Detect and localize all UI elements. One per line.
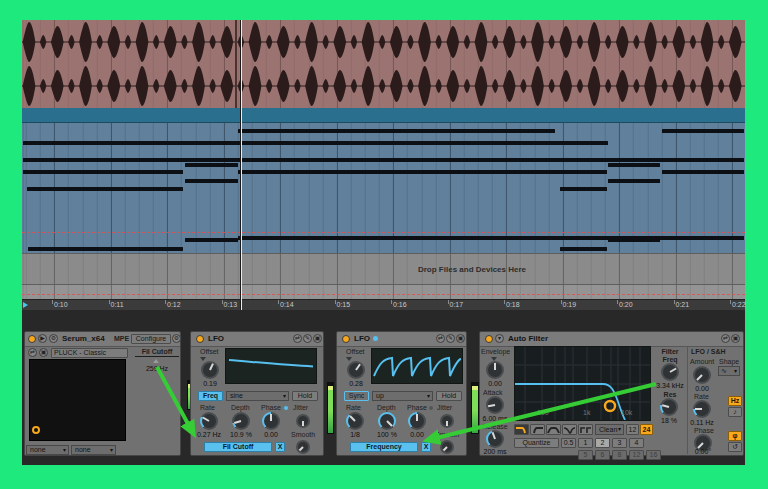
quantize-button[interactable]: Quantize [514, 438, 559, 448]
smooth-knob[interactable] [440, 440, 454, 454]
plugin-edit-icon[interactable]: ⚙ [172, 334, 181, 343]
lfo-rate-knob[interactable] [693, 400, 711, 418]
jitter-knob[interactable] [296, 414, 310, 428]
phase-value[interactable]: 0.00 [406, 431, 428, 438]
offset-knob[interactable] [347, 361, 365, 379]
depth-value[interactable]: 10.9 % [229, 431, 253, 438]
lfo-amount-knob[interactable] [693, 366, 711, 384]
filter-display[interactable]: 100 1k 10k [514, 346, 651, 421]
quantize-value-button[interactable]: 1 [578, 438, 593, 448]
audio-clip[interactable] [22, 20, 745, 108]
res-value[interactable]: 18 % [658, 417, 680, 424]
sidechain-select-2[interactable]: none▾ [71, 445, 116, 455]
filter-type-notch[interactable] [562, 424, 577, 435]
rate-value[interactable]: 1/8 [341, 431, 369, 438]
quantize-value-button[interactable]: 4 [629, 438, 644, 448]
lfo-shape-select[interactable]: ∿▾ [718, 366, 740, 376]
save-icon[interactable]: ▣ [313, 334, 322, 343]
phase-knob[interactable] [408, 412, 426, 430]
map-target-button[interactable]: Frequency [350, 442, 418, 452]
plugin-display[interactable] [29, 359, 126, 441]
device-on-led[interactable] [28, 335, 36, 343]
phase-knob[interactable] [262, 412, 280, 430]
device-on-led[interactable] [196, 335, 204, 343]
map-icon[interactable]: ⇄ [293, 334, 302, 343]
hold-button[interactable]: Hold [436, 391, 462, 401]
edit-icon[interactable]: ✎ [446, 334, 455, 343]
attack-value[interactable]: 6.00 ms [481, 415, 509, 422]
amount-value[interactable]: 0.00 [691, 385, 713, 392]
wave-select[interactable]: sine▾ [226, 391, 289, 401]
offset-value[interactable]: 0.19 [197, 380, 223, 387]
slope-12-button[interactable]: 12 [626, 424, 639, 435]
res-knob[interactable] [660, 398, 678, 416]
envelope-knob[interactable] [486, 361, 504, 379]
midi-clip[interactable] [22, 123, 745, 253]
quantize-value-button[interactable]: 16 [646, 450, 661, 460]
quantize-value-button[interactable]: 0.5 [561, 438, 576, 448]
filter-type-morph[interactable] [578, 424, 593, 435]
phase-mode-button[interactable]: φ [728, 431, 742, 441]
rate-hz-button[interactable]: Hz [728, 396, 742, 406]
sync-mode-button[interactable]: Sync [344, 391, 369, 401]
preset-name-box[interactable]: PLUCK - Classic [51, 348, 128, 358]
quantize-value-button[interactable]: 3 [612, 438, 627, 448]
midi-clip-header[interactable] [22, 108, 745, 123]
configure-button[interactable]: Configure [131, 334, 171, 344]
release-knob[interactable] [486, 430, 504, 448]
param-slider-handle[interactable] [153, 359, 159, 363]
hot-swap-icon[interactable]: ⇄ [28, 348, 37, 357]
jitter-knob[interactable] [440, 414, 454, 428]
attack-knob[interactable] [486, 396, 504, 414]
offset-value[interactable]: 0.28 [343, 380, 369, 387]
lfo-phase-value[interactable]: 0.00° [690, 448, 716, 455]
quantize-value-button[interactable]: 6 [595, 450, 610, 460]
fold-icon[interactable]: ▾ [495, 334, 504, 343]
xy-handle[interactable] [32, 426, 40, 434]
offset-knob[interactable] [201, 361, 219, 379]
save-preset-icon[interactable]: ▣ [39, 348, 48, 357]
map-icon[interactable]: ⇄ [436, 334, 445, 343]
quantize-value-button[interactable]: 12 [629, 450, 644, 460]
rate-sync-button[interactable]: ♪ [728, 407, 742, 417]
quantize-value-button[interactable]: 2 [595, 438, 610, 448]
quantize-value-button[interactable]: 5 [578, 450, 593, 460]
filter-freq-value[interactable]: 3.34 kHz [654, 382, 686, 389]
save-icon[interactable]: ▣ [456, 334, 465, 343]
unmap-button[interactable]: X [421, 442, 431, 452]
release-value[interactable]: 200 ms [482, 448, 508, 455]
slope-24-button[interactable]: 24 [640, 424, 653, 435]
filter-freq-knob[interactable] [661, 363, 679, 381]
drop-zone-lane[interactable]: Drop Files and Devices Here [22, 253, 745, 285]
depth-value[interactable]: 100 % [375, 431, 399, 438]
device-on-led[interactable] [485, 335, 493, 343]
rate-value[interactable]: 0.27 Hz [195, 431, 223, 438]
wave-select[interactable]: up▾ [372, 391, 433, 401]
hold-button[interactable]: Hold [292, 391, 318, 401]
spin-mode-button[interactable]: ↺ [728, 442, 742, 452]
edit-icon[interactable]: ✎ [303, 334, 312, 343]
lfo-rate-value[interactable]: 0.11 Hz [688, 419, 716, 426]
envelope-value[interactable]: 0.00 [483, 380, 507, 387]
quantize-value-button[interactable]: 8 [612, 450, 627, 460]
circuit-select[interactable]: Clean▾ [595, 424, 624, 435]
phase-value[interactable]: 0.00 [260, 431, 282, 438]
rate-knob[interactable] [200, 412, 218, 430]
depth-knob[interactable] [378, 412, 396, 430]
filter-type-highpass[interactable] [530, 424, 545, 435]
sidechain-select-1[interactable]: none▾ [26, 445, 69, 455]
rate-knob[interactable] [346, 412, 364, 430]
smooth-knob[interactable] [296, 440, 310, 454]
wrench-icon[interactable]: ⚙ [49, 334, 58, 343]
map-target-button[interactable]: Fil Cutoff [204, 442, 272, 452]
save-icon[interactable]: ▣ [731, 334, 740, 343]
preview-icon[interactable]: ▶ [38, 334, 47, 343]
freq-mode-button[interactable]: Freq [198, 391, 223, 401]
unmap-button[interactable]: X [275, 442, 285, 452]
filter-type-bandpass[interactable] [546, 424, 561, 435]
hot-swap-icon[interactable]: ⇄ [721, 334, 730, 343]
filter-type-lowpass[interactable] [514, 424, 529, 435]
device-on-led[interactable] [342, 335, 350, 343]
empty-track-lane[interactable] [22, 284, 745, 300]
macro-param-value[interactable]: 259 Hz [135, 365, 179, 372]
